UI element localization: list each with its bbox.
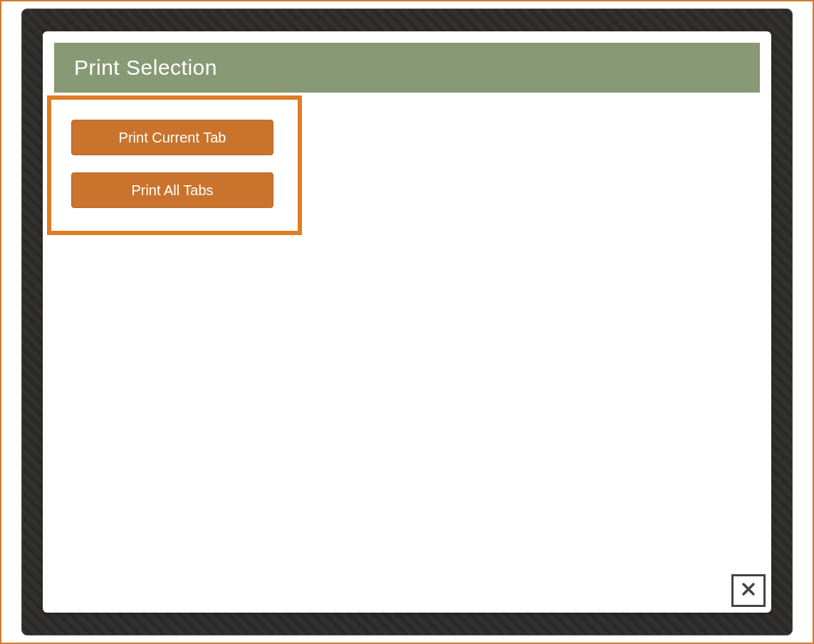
modal-body: Print Current Tab Print All Tabs (43, 93, 771, 610)
screenshot-frame: Print Selection Print Current Tab Print … (0, 0, 814, 644)
close-icon (740, 581, 757, 601)
highlight-callout: Print Current Tab Print All Tabs (47, 95, 302, 235)
print-all-tabs-button[interactable]: Print All Tabs (71, 172, 273, 208)
close-button[interactable] (731, 574, 766, 607)
modal-title: Print Selection (54, 43, 760, 93)
print-current-tab-button[interactable]: Print Current Tab (71, 120, 273, 155)
print-selection-modal: Print Selection Print Current Tab Print … (43, 31, 771, 613)
